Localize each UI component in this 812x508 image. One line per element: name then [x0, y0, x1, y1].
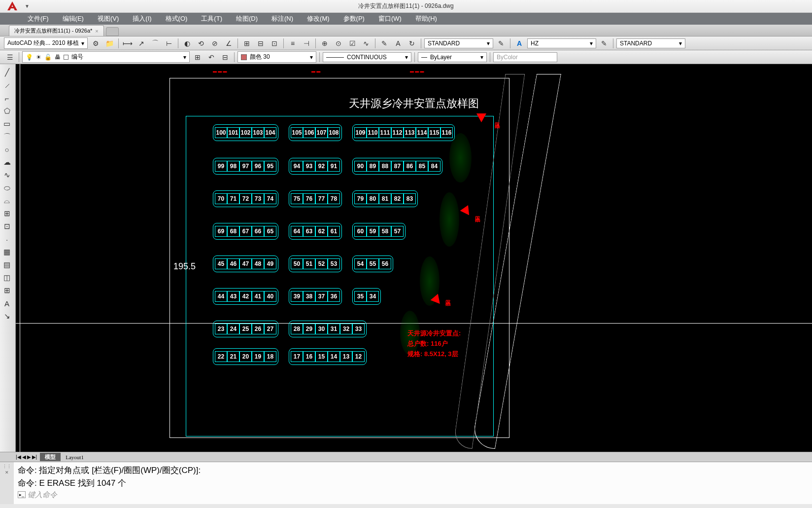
- table-style-selector[interactable]: STANDARD▾: [616, 38, 685, 48]
- plot-cell: 54: [354, 258, 367, 269]
- revision-cloud-icon[interactable]: ☁: [0, 156, 14, 169]
- gradient-tool-icon[interactable]: ▤: [0, 258, 14, 271]
- plot-cell: 81: [379, 193, 391, 204]
- close-tab-icon[interactable]: ×: [95, 28, 98, 34]
- radius-dim-icon[interactable]: ◐: [181, 38, 193, 49]
- plot-cell: 100: [215, 127, 227, 138]
- add-selected-icon[interactable]: ↘: [0, 310, 14, 323]
- workspace-selector[interactable]: AutoCAD 经典... 2010 移植▾: [4, 37, 88, 49]
- line-tool-icon[interactable]: ╱: [0, 66, 14, 79]
- arc-tool-icon[interactable]: ⌒: [0, 130, 14, 143]
- menu-draw[interactable]: 绘图(D): [236, 14, 258, 23]
- layer-iso-icon[interactable]: ⊟: [219, 52, 231, 63]
- jogged-linear-icon[interactable]: ∿: [360, 38, 372, 49]
- quick-dim-icon[interactable]: ⊞: [241, 38, 253, 49]
- plot-cell: 12: [352, 351, 365, 362]
- inspect-icon[interactable]: ☑: [346, 38, 358, 49]
- plot-cell: 116: [440, 127, 453, 138]
- tab-layout1[interactable]: Layout1: [61, 454, 89, 461]
- menu-insert[interactable]: 插入(I): [133, 14, 151, 23]
- ellipse-tool-icon[interactable]: ⬭: [0, 181, 14, 194]
- construction-line-icon[interactable]: ⟋: [0, 79, 14, 92]
- menu-format[interactable]: 格式(O): [166, 14, 188, 23]
- command-prompt-icon[interactable]: ▸_: [18, 491, 26, 498]
- make-block-icon[interactable]: ⊡: [0, 220, 14, 233]
- app-logo-icon[interactable]: [6, 0, 22, 12]
- baseline-dim-icon[interactable]: ⊟: [255, 38, 267, 49]
- open-icon[interactable]: 📁: [103, 38, 115, 49]
- continue-dim-icon[interactable]: ⊡: [269, 38, 280, 49]
- menu-window[interactable]: 窗口(W): [378, 14, 402, 23]
- dim-style-selector[interactable]: STANDARD▾: [424, 38, 493, 48]
- menu-edit[interactable]: 编辑(E): [63, 14, 84, 23]
- ellipse-arc-icon[interactable]: ⌓: [0, 194, 14, 207]
- workspace-gear-icon[interactable]: ⚙: [90, 38, 102, 49]
- text-style-a-icon[interactable]: A: [513, 38, 525, 49]
- tolerance-icon[interactable]: ⊕: [319, 38, 331, 49]
- hatch-tool-icon[interactable]: ▦: [0, 246, 14, 258]
- app-menu-dropdown-icon[interactable]: ▼: [25, 3, 30, 9]
- info-block: 天井源冷井安置点: 总户数: 116户 规格: 8.5X12, 3层: [407, 328, 461, 359]
- aligned-dim-icon[interactable]: ↗: [135, 38, 147, 49]
- command-line: 命令: 指定对角点或 [栏选(F)/圈围(WP)/圈交(CP)]:: [18, 464, 808, 477]
- diameter-dim-icon[interactable]: ⊘: [209, 38, 221, 49]
- angular-dim-icon[interactable]: ∠: [223, 38, 235, 49]
- color-selector[interactable]: 颜色 30 ▾: [237, 51, 316, 63]
- tab-last-icon[interactable]: ▶|: [32, 454, 37, 460]
- tab-first-icon[interactable]: |◀: [16, 454, 21, 460]
- dim-style-edit-icon[interactable]: ✎: [495, 38, 507, 49]
- plot-row-8: 2221201918171615141312: [213, 348, 375, 365]
- insert-block-icon[interactable]: ⊞: [0, 207, 14, 220]
- rectangle-tool-icon[interactable]: ▭: [0, 117, 14, 130]
- menu-file[interactable]: 文件(F): [28, 14, 49, 23]
- menu-tools[interactable]: 工具(T): [201, 14, 222, 23]
- text-style-selector[interactable]: HZ▾: [527, 38, 596, 48]
- arc-dim-icon[interactable]: ⌒: [149, 38, 161, 49]
- text-style-edit-icon[interactable]: ✎: [598, 38, 610, 49]
- command-input[interactable]: 键入命令: [28, 489, 808, 501]
- plot-cell: 24: [227, 324, 239, 334]
- command-handle[interactable]: ⋮⋮✕: [0, 462, 14, 504]
- plot-cell: 111: [379, 127, 391, 138]
- plot-cell: 43: [227, 291, 239, 302]
- plot-cell: 115: [428, 127, 440, 138]
- dim-space-icon[interactable]: ≡: [287, 38, 299, 49]
- tab-model[interactable]: 模型: [40, 453, 61, 461]
- plot-cell: 39: [291, 291, 303, 302]
- center-mark-icon[interactable]: ⊙: [333, 38, 344, 49]
- plot-group: 545556: [352, 255, 393, 272]
- mtext-tool-icon[interactable]: A: [0, 297, 14, 310]
- layer-prev-icon[interactable]: ↶: [205, 52, 217, 63]
- tab-prev-icon[interactable]: ◀: [22, 454, 26, 460]
- menu-modify[interactable]: 修改(M): [307, 14, 330, 23]
- plot-group: 282930313233: [289, 321, 367, 337]
- table-tool-icon[interactable]: ⊞: [0, 284, 14, 297]
- dim-break-icon[interactable]: ⊣: [301, 38, 312, 49]
- dim-edit-icon[interactable]: ✎: [378, 38, 390, 49]
- layer-states-icon[interactable]: ⊞: [192, 52, 203, 63]
- lineweight-selector[interactable]: —ByLayer▾: [418, 52, 487, 62]
- drawing-canvas[interactable]: 天井源乡冷井安置点放样图 195.5 100101102103104105106…: [16, 64, 812, 452]
- layer-properties-icon[interactable]: ☰: [4, 52, 16, 63]
- plot-cell: 103: [252, 127, 264, 138]
- linetype-selector[interactable]: ———CONTINUOUS▾: [323, 52, 411, 62]
- menu-help[interactable]: 帮助(H): [415, 14, 437, 23]
- tab-next-icon[interactable]: ▶: [27, 454, 31, 460]
- linear-dim-icon[interactable]: ⟼: [122, 38, 134, 49]
- menu-dimension[interactable]: 标注(N): [271, 14, 293, 23]
- polyline-tool-icon[interactable]: ⌐: [0, 92, 14, 105]
- menu-parametric[interactable]: 参数(P): [343, 14, 365, 23]
- point-tool-icon[interactable]: ·: [0, 233, 14, 246]
- document-tab[interactable]: 冷井安置点放样图11(1) - 0926a* ×: [9, 25, 104, 36]
- dim-update-icon[interactable]: ↻: [406, 38, 418, 49]
- polygon-tool-icon[interactable]: ⬠: [0, 105, 14, 117]
- new-tab-button[interactable]: [106, 27, 119, 36]
- spline-tool-icon[interactable]: ∿: [0, 169, 14, 181]
- circle-tool-icon[interactable]: ○: [0, 143, 14, 156]
- jogged-dim-icon[interactable]: ⟲: [195, 38, 207, 49]
- ordinate-dim-icon[interactable]: ⊢: [163, 38, 175, 49]
- layer-selector[interactable]: 💡 ☀ 🔓 🖶 编号 ▾: [22, 51, 190, 63]
- dim-text-edit-icon[interactable]: A: [392, 38, 404, 49]
- region-tool-icon[interactable]: ◫: [0, 271, 14, 284]
- menu-view[interactable]: 视图(V): [98, 14, 119, 23]
